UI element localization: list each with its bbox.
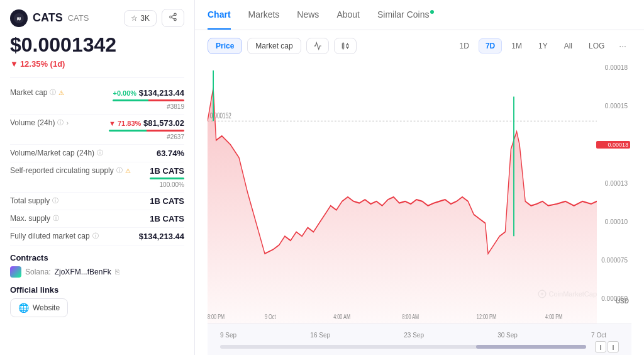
- volume-market-cap-info-icon[interactable]: ⓘ: [97, 149, 103, 157]
- svg-point-3: [170, 16, 172, 18]
- tab-similar-coins[interactable]: Similar Coins: [377, 1, 434, 30]
- volume-value-group: ▼ 71.83% $81,573.02 #2637: [109, 118, 184, 140]
- svg-rect-8: [347, 45, 348, 48]
- scroll-buttons: ‖ ‖: [595, 341, 619, 352]
- star-button[interactable]: ☆ 3K: [124, 10, 157, 26]
- chart-bottom: 9 Sep 16 Sep 23 Sep 30 Sep 7 Oct ‖ ‖: [208, 324, 631, 355]
- share-button[interactable]: [162, 9, 184, 27]
- coin-name: CATS: [33, 11, 63, 25]
- y-axis-labels: 0.00018 0.00015 0.00013 0.00013 0.00010 …: [596, 62, 630, 305]
- share-icon: [169, 13, 177, 23]
- max-supply-info-icon[interactable]: ⓘ: [53, 214, 59, 223]
- tab-markets[interactable]: Markets: [248, 1, 280, 30]
- svg-text:≋: ≋: [16, 15, 21, 21]
- svg-point-4: [174, 18, 177, 21]
- market-cap-value: $134,213.44: [139, 88, 184, 98]
- solana-chain-logo: [10, 266, 21, 278]
- contract-row: Solana: ZjoXFM...fBenFk ⎘: [10, 266, 184, 278]
- y-label-1: 0.00018: [596, 64, 630, 71]
- coin-symbol: CATS: [68, 13, 89, 23]
- date-label-5: 7 Oct: [591, 332, 606, 339]
- fdmc-row: Fully diluted market cap ⓘ $134,213.44: [10, 228, 184, 245]
- bottom-date-labels: 9 Sep 16 Sep 23 Sep 30 Sep 7 Oct: [208, 329, 631, 339]
- date-label-4: 30 Sep: [497, 332, 518, 339]
- svg-point-2: [174, 13, 177, 16]
- tab-about[interactable]: About: [336, 1, 360, 30]
- line-chart-icon-button[interactable]: [306, 38, 329, 54]
- top-nav: Chart Markets News About Similar Coins: [195, 0, 644, 30]
- total-supply-info-icon[interactable]: ⓘ: [52, 196, 58, 205]
- volume-label: Volume (24h) ⓘ ›: [10, 118, 69, 127]
- time-1y-button[interactable]: 1Y: [531, 38, 555, 54]
- svg-text:8:00 AM: 8:00 AM: [402, 313, 419, 321]
- date-label-3: 23 Sep: [404, 332, 424, 339]
- chart-area: Price Market cap 1D 7D 1M 1Y All LOG: [195, 30, 644, 355]
- total-supply-value: 1B CATS: [150, 196, 184, 206]
- volume-value: $81,573.02: [143, 118, 184, 128]
- market-cap-type-button[interactable]: Market cap: [247, 38, 301, 54]
- copy-icon[interactable]: ⎘: [115, 268, 119, 276]
- total-supply-label: Total supply ⓘ: [10, 196, 58, 205]
- watermark: CoinMarketCap: [538, 290, 597, 298]
- svg-line-5: [172, 18, 174, 19]
- circulating-supply-value: 1B CATS: [150, 166, 184, 176]
- coin-title: ≋ CATS CATS: [10, 9, 89, 27]
- fdmc-info-icon[interactable]: ⓘ: [92, 232, 99, 240]
- globe-icon: 🌐: [18, 303, 29, 313]
- circulating-supply-info-icon[interactable]: ⓘ: [116, 166, 123, 175]
- time-1d-button[interactable]: 1D: [453, 38, 476, 54]
- svg-text:8:00 PM: 8:00 PM: [208, 313, 225, 321]
- svg-text:4:00 PM: 4:00 PM: [545, 313, 562, 321]
- circulating-supply-pct: 100.00%: [150, 181, 184, 188]
- scrollbar-container: ‖ ‖: [208, 339, 631, 355]
- star-count: 3K: [140, 14, 150, 23]
- price-change-1d: ▼ 12.35% (1d): [10, 59, 184, 69]
- more-options-button[interactable]: ···: [614, 38, 631, 54]
- pause-button[interactable]: ‖: [595, 341, 606, 352]
- scrollbar-track[interactable]: [220, 345, 586, 349]
- market-cap-info-icon[interactable]: ⓘ: [50, 88, 56, 97]
- fdmc-label: Fully diluted market cap ⓘ: [10, 232, 99, 240]
- candle-chart-icon-button[interactable]: [334, 38, 357, 54]
- volume-change: ▼ 71.83%: [109, 120, 141, 127]
- y-label-3: 0.00013: [596, 141, 630, 149]
- time-log-button[interactable]: LOG: [582, 38, 611, 54]
- price-change-arrow: ▼: [10, 59, 18, 69]
- svg-rect-7: [342, 44, 343, 48]
- time-1m-button[interactable]: 1M: [504, 38, 529, 54]
- star-icon: ☆: [131, 14, 138, 23]
- similar-coins-dot: [430, 10, 434, 14]
- date-label-2: 16 Sep: [310, 332, 330, 339]
- volume-expand-icon[interactable]: ›: [66, 119, 69, 127]
- date-label-1: 9 Sep: [220, 332, 236, 339]
- tab-chart[interactable]: Chart: [208, 1, 231, 30]
- main-content: Chart Markets News About Similar Coins P…: [195, 0, 644, 355]
- volume-rank: #2637: [109, 133, 184, 140]
- y-label-2: 0.00015: [596, 103, 630, 110]
- volume-info-icon[interactable]: ⓘ: [57, 118, 64, 127]
- play-button[interactable]: ‖: [608, 341, 619, 352]
- price-change-value: 12.35% (1d): [20, 59, 65, 69]
- chart-right-controls: 1D 7D 1M 1Y All LOG ···: [453, 38, 631, 54]
- market-cap-value-group: +0.00% $134,213.44 #3819: [113, 88, 184, 110]
- svg-text:9 Oct: 9 Oct: [265, 313, 276, 321]
- tab-news[interactable]: News: [297, 1, 319, 30]
- max-supply-value: 1B CATS: [150, 214, 184, 223]
- website-button[interactable]: 🌐 Website: [10, 298, 68, 317]
- volume-market-cap-row: Volume/Market cap (24h) ⓘ 63.74%: [10, 145, 184, 162]
- website-label: Website: [33, 303, 60, 312]
- time-all-button[interactable]: All: [557, 38, 579, 54]
- chart-left-controls: Price Market cap: [208, 38, 357, 54]
- price-type-button[interactable]: Price: [208, 38, 242, 54]
- market-cap-warn-icon: ⚠: [58, 89, 64, 96]
- coin-header: ≋ CATS CATS ☆ 3K: [10, 9, 184, 27]
- chart-wrapper: 0.000152 8:00 PM 9 Oct 4:00: [208, 62, 631, 324]
- stats-section: Market cap ⓘ ⚠ +0.00% $134,213.44 #3819 …: [10, 77, 184, 245]
- market-cap-change: +0.00%: [113, 89, 136, 97]
- total-supply-row: Total supply ⓘ 1B CATS: [10, 193, 184, 210]
- volume-market-cap-value: 63.74%: [157, 149, 184, 158]
- market-cap-row: Market cap ⓘ ⚠ +0.00% $134,213.44 #3819: [10, 84, 184, 115]
- scrollbar-thumb[interactable]: [476, 345, 586, 349]
- time-7d-button[interactable]: 7D: [479, 38, 502, 54]
- contract-chain: Solana:: [25, 268, 51, 276]
